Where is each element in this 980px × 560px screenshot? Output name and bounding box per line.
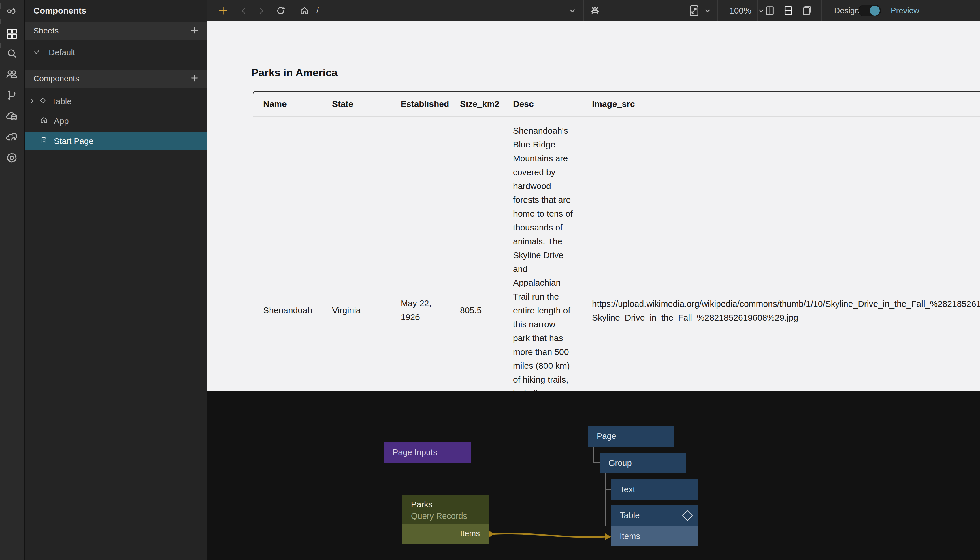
cell-image-src-line2: Skyline_Drive_in_the_Fall_%2821852619608… bbox=[592, 311, 798, 325]
edge-arrowhead bbox=[605, 533, 611, 540]
node-page-inputs[interactable]: Page Inputs bbox=[384, 442, 471, 463]
sidebar-title: Components bbox=[33, 0, 86, 21]
input-port-label: Items bbox=[620, 532, 698, 541]
cell-established-line2: 1926 bbox=[401, 310, 420, 324]
home-icon bbox=[40, 116, 48, 126]
nav-back-button[interactable] bbox=[236, 0, 251, 21]
add-component-button[interactable] bbox=[190, 73, 199, 84]
toolbar: / 100% Design Prev bbox=[207, 0, 980, 21]
users-icon[interactable] bbox=[5, 68, 18, 81]
sidebar-item-label: Default bbox=[49, 48, 75, 57]
items-connection-edge[interactable] bbox=[492, 533, 606, 537]
settings-gear-icon[interactable] bbox=[5, 151, 18, 165]
sidebar-item-label: App bbox=[54, 117, 69, 126]
app-canvas: Parks in America Name State Established … bbox=[207, 21, 980, 391]
sidebar-item-app[interactable]: App bbox=[25, 112, 207, 130]
node-label: Page bbox=[597, 432, 674, 441]
rail-scroll-mark bbox=[0, 43, 2, 48]
zoom-level[interactable]: 100% bbox=[729, 0, 751, 21]
node-group[interactable]: Group bbox=[600, 453, 686, 473]
route-path[interactable]: / bbox=[317, 0, 319, 21]
home-route-icon[interactable] bbox=[296, 0, 312, 21]
design-preview-toggle[interactable] bbox=[858, 5, 881, 17]
cell-state: Virginia bbox=[332, 303, 361, 317]
refresh-icon[interactable] bbox=[273, 0, 289, 21]
components-section-header: Components bbox=[25, 70, 207, 88]
search-icon[interactable] bbox=[5, 47, 18, 60]
nav-forward-button[interactable] bbox=[254, 0, 269, 21]
components-sidebar: Components Sheets Default Components Tab… bbox=[25, 0, 207, 560]
design-mode-label: Design bbox=[834, 0, 859, 21]
page-title: Parks in America bbox=[251, 67, 337, 79]
toolbar-divider bbox=[230, 0, 230, 21]
node-subtitle: Query Records bbox=[411, 511, 467, 521]
table-header-divider bbox=[253, 116, 980, 117]
cloud-database-icon[interactable] bbox=[5, 110, 18, 123]
cell-image-src-line1: https://upload.wikimedia.org/wikipedia/c… bbox=[592, 297, 980, 311]
debug-bug-icon[interactable] bbox=[586, 0, 604, 21]
sidebar-item-label: Table bbox=[52, 97, 72, 106]
cell-name: Shenandoah bbox=[263, 303, 312, 317]
node-table[interactable]: Table bbox=[611, 505, 698, 526]
column-header-size-km2[interactable]: Size_km2 bbox=[460, 99, 499, 109]
viewport-size-icon[interactable] bbox=[686, 0, 702, 21]
split-rows-layout-icon[interactable] bbox=[781, 0, 796, 21]
column-header-image-src[interactable]: Image_src bbox=[592, 99, 635, 109]
chevron-right-icon[interactable] bbox=[29, 97, 36, 106]
node-page[interactable]: Page bbox=[588, 426, 674, 447]
viewport-dropdown-chevron-icon[interactable] bbox=[700, 0, 715, 21]
toolbar-divider bbox=[717, 0, 718, 21]
toolbar-divider bbox=[758, 0, 758, 21]
rail-scroll-mark bbox=[0, 19, 2, 24]
column-header-state[interactable]: State bbox=[332, 99, 353, 109]
components-section-label: Components bbox=[33, 74, 79, 83]
toolbar-divider bbox=[295, 0, 296, 21]
preview-mode-label: Preview bbox=[891, 0, 920, 21]
components-grid-icon[interactable] bbox=[5, 27, 18, 40]
add-component-plus-button[interactable] bbox=[212, 0, 234, 21]
parks-table[interactable]: Name State Established Size_km2 Desc Ima… bbox=[253, 91, 980, 391]
output-port-label[interactable]: Items bbox=[460, 529, 480, 538]
cloud-functions-icon[interactable] bbox=[5, 130, 18, 143]
column-header-established[interactable]: Established bbox=[401, 99, 449, 109]
diamond-icon bbox=[38, 97, 47, 107]
cell-desc: Shenandoah's Blue Ridge Mountains are co… bbox=[513, 124, 574, 391]
rail-scroll-mark bbox=[0, 3, 2, 9]
node-parks-query[interactable]: Parks Query Records Items bbox=[402, 495, 489, 545]
node-table-items-input[interactable]: Items bbox=[611, 526, 698, 547]
sheets-section-label: Sheets bbox=[33, 26, 58, 35]
add-sheet-button[interactable] bbox=[190, 25, 199, 36]
column-header-desc[interactable]: Desc bbox=[513, 99, 534, 109]
sidebar-item-label: Start Page bbox=[54, 137, 93, 146]
stacked-windows-layout-icon[interactable] bbox=[800, 0, 814, 21]
split-columns-layout-icon[interactable] bbox=[763, 0, 777, 21]
node-label: Text bbox=[620, 485, 698, 494]
sidebar-item-table[interactable]: Table bbox=[25, 92, 207, 111]
node-title: Parks bbox=[411, 500, 432, 509]
node-text[interactable]: Text bbox=[611, 479, 698, 500]
branch-icon[interactable] bbox=[5, 88, 18, 102]
page-icon bbox=[40, 136, 48, 146]
toolbar-divider bbox=[821, 0, 822, 21]
toolbar-divider bbox=[583, 0, 584, 21]
data-flow-panel: Page Inputs Parks Query Records Items Pa… bbox=[207, 391, 980, 560]
flow-logo-icon[interactable] bbox=[5, 6, 18, 19]
cell-established-line1: May 22, bbox=[401, 297, 431, 310]
route-dropdown-chevron-icon[interactable] bbox=[564, 0, 581, 21]
node-label: Page Inputs bbox=[392, 448, 471, 457]
icon-rail bbox=[0, 0, 24, 560]
toggle-knob bbox=[870, 6, 880, 15]
sidebar-item-default[interactable]: Default bbox=[25, 43, 207, 62]
check-icon bbox=[33, 48, 41, 58]
column-header-name[interactable]: Name bbox=[263, 99, 287, 109]
sheets-section-header: Sheets bbox=[25, 22, 207, 40]
flow-edges bbox=[207, 391, 980, 560]
sidebar-item-start-page[interactable]: Start Page bbox=[25, 132, 207, 150]
cell-size-km2: 805.5 bbox=[460, 303, 482, 317]
node-label: Group bbox=[608, 458, 686, 468]
